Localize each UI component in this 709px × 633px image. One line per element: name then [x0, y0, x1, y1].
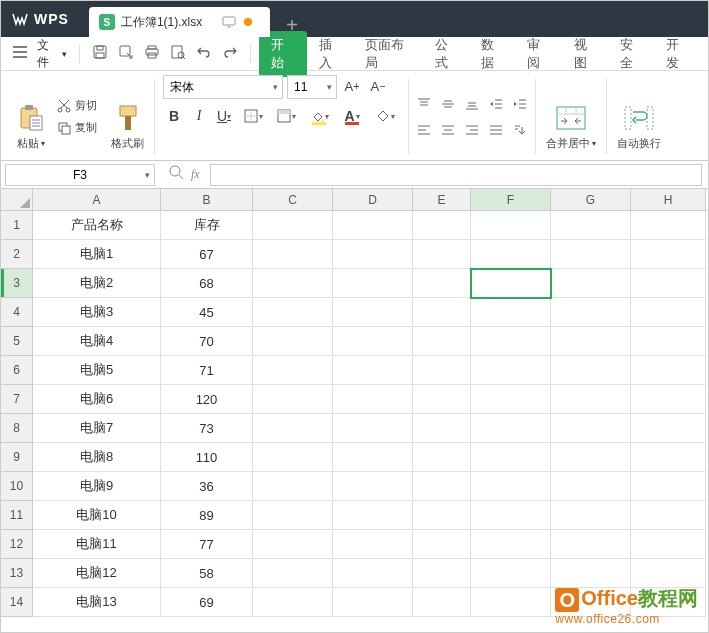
cell[interactable]	[631, 559, 706, 588]
cell[interactable]	[471, 211, 551, 240]
ribbon-tab-page-layout[interactable]: 页面布局	[355, 31, 423, 77]
cell[interactable]	[551, 327, 631, 356]
cell[interactable]	[333, 472, 413, 501]
zoom-icon[interactable]	[169, 165, 185, 184]
fill-color-button[interactable]: ▾	[304, 105, 334, 127]
cell[interactable]	[413, 559, 471, 588]
cell[interactable]	[471, 269, 551, 298]
copy-button[interactable]: 复制	[53, 118, 101, 137]
cell[interactable]	[333, 356, 413, 385]
cell[interactable]	[333, 501, 413, 530]
cell[interactable]: 电脑9	[33, 472, 161, 501]
cell[interactable]	[413, 211, 471, 240]
cell[interactable]	[253, 530, 333, 559]
name-box-input[interactable]	[12, 168, 148, 182]
format-painter-button[interactable]: 格式刷	[105, 75, 150, 155]
save-as-icon[interactable]	[114, 40, 138, 67]
cell[interactable]	[253, 298, 333, 327]
cell[interactable]: 67	[161, 240, 253, 269]
ribbon-tab-data[interactable]: 数据	[471, 31, 515, 77]
border-button[interactable]: ▾	[238, 105, 268, 127]
cell[interactable]	[551, 240, 631, 269]
font-size-select[interactable]: 11▾	[287, 75, 337, 99]
cell[interactable]	[631, 530, 706, 559]
cell[interactable]	[333, 211, 413, 240]
cell[interactable]	[631, 443, 706, 472]
cell[interactable]	[333, 385, 413, 414]
cell[interactable]: 110	[161, 443, 253, 472]
cell[interactable]	[413, 414, 471, 443]
name-box[interactable]: ▾	[5, 164, 155, 186]
file-menu[interactable]: 文件▾	[33, 37, 71, 71]
column-header[interactable]: E	[413, 189, 471, 210]
cell[interactable]: 产品名称	[33, 211, 161, 240]
cell[interactable]: 电脑7	[33, 414, 161, 443]
cell[interactable]	[551, 530, 631, 559]
row-header[interactable]: 4	[1, 298, 33, 327]
cell[interactable]: 45	[161, 298, 253, 327]
cell[interactable]	[471, 356, 551, 385]
save-icon[interactable]	[88, 40, 112, 67]
italic-button[interactable]: I	[188, 105, 210, 127]
cell[interactable]: 36	[161, 472, 253, 501]
screen-icon[interactable]	[222, 16, 236, 28]
cell[interactable]	[551, 501, 631, 530]
cell[interactable]	[253, 269, 333, 298]
ribbon-tab-dev[interactable]: 开发	[656, 31, 700, 77]
cell[interactable]: 电脑5	[33, 356, 161, 385]
cell[interactable]	[413, 356, 471, 385]
cell[interactable]	[631, 298, 706, 327]
auto-wrap-button[interactable]: 自动换行	[611, 75, 667, 155]
hamburger-menu-icon[interactable]	[9, 46, 31, 61]
font-color-button[interactable]: A▾	[337, 105, 367, 127]
cell[interactable]	[631, 211, 706, 240]
cell[interactable]	[471, 327, 551, 356]
orientation-button[interactable]	[509, 119, 531, 141]
ribbon-tab-formula[interactable]: 公式	[425, 31, 469, 77]
ribbon-tab-security[interactable]: 安全	[610, 31, 654, 77]
row-header[interactable]: 8	[1, 414, 33, 443]
cell[interactable]	[333, 414, 413, 443]
cell[interactable]: 70	[161, 327, 253, 356]
cell[interactable]: 68	[161, 269, 253, 298]
cell[interactable]: 电脑8	[33, 443, 161, 472]
redo-icon[interactable]	[218, 40, 242, 67]
cell[interactable]: 电脑11	[33, 530, 161, 559]
cell[interactable]	[333, 559, 413, 588]
cell[interactable]: 58	[161, 559, 253, 588]
row-header[interactable]: 2	[1, 240, 33, 269]
print-icon[interactable]	[140, 40, 164, 67]
cell[interactable]	[333, 240, 413, 269]
cell[interactable]	[551, 385, 631, 414]
row-header[interactable]: 10	[1, 472, 33, 501]
cell[interactable]	[631, 385, 706, 414]
row-header[interactable]: 12	[1, 530, 33, 559]
cell[interactable]	[253, 501, 333, 530]
row-header[interactable]: 6	[1, 356, 33, 385]
underline-button[interactable]: U▾	[213, 105, 235, 127]
cell[interactable]	[413, 269, 471, 298]
column-header[interactable]: C	[253, 189, 333, 210]
cell[interactable]: 库存	[161, 211, 253, 240]
cell-style-button[interactable]: ▾	[271, 105, 301, 127]
paste-button[interactable]: 粘贴 ▾	[11, 75, 51, 155]
cell[interactable]: 电脑2	[33, 269, 161, 298]
cell[interactable]: 77	[161, 530, 253, 559]
align-right-button[interactable]	[461, 119, 483, 141]
cell[interactable]	[631, 356, 706, 385]
cut-button[interactable]: 剪切	[53, 96, 101, 115]
cell[interactable]: 71	[161, 356, 253, 385]
cell[interactable]	[631, 472, 706, 501]
align-middle-button[interactable]	[437, 93, 459, 115]
cell[interactable]	[551, 443, 631, 472]
cell[interactable]: 89	[161, 501, 253, 530]
undo-icon[interactable]	[192, 40, 216, 67]
row-header[interactable]: 7	[1, 385, 33, 414]
column-header[interactable]: H	[631, 189, 706, 210]
ribbon-tab-view[interactable]: 视图	[564, 31, 608, 77]
cell[interactable]	[551, 298, 631, 327]
increase-font-button[interactable]: A+	[341, 75, 363, 97]
column-header[interactable]: B	[161, 189, 253, 210]
increase-indent-button[interactable]	[509, 93, 531, 115]
cell[interactable]	[413, 588, 471, 617]
